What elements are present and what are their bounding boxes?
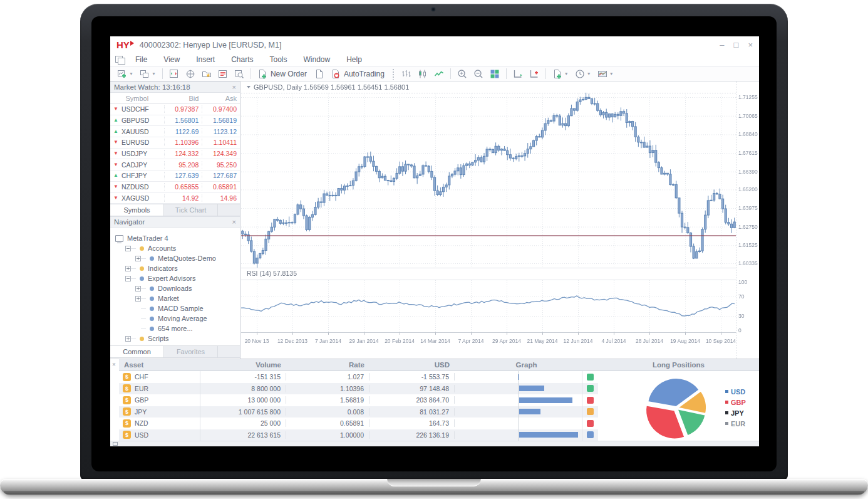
expand-icon[interactable] (135, 286, 141, 292)
price-chart-canvas[interactable] (241, 81, 759, 359)
expand-icon[interactable] (125, 336, 131, 342)
tree-item-scripts[interactable]: Scripts (110, 334, 240, 344)
toolbar-separator (251, 68, 251, 79)
menu-insert[interactable]: Insert (188, 54, 223, 65)
market-watch-row-xagusd[interactable]: ▼XAGUSD14.9214.96 (110, 193, 240, 204)
periods-button[interactable]: ▼ (572, 68, 594, 80)
market-watch-row-nzdusd[interactable]: ▼NZDUSD0.658550.65891 (110, 182, 240, 193)
collapse-icon[interactable] (125, 276, 131, 281)
rsi-indicator-label: RSI (14) 57.8135 (247, 270, 297, 277)
usd-bar (519, 386, 544, 391)
position-row-chf[interactable]: $CHF-151 3151.027-1 553.75 (119, 371, 598, 383)
position-row-nzd[interactable]: $NZD25 0000.65891164.73 (119, 418, 598, 429)
minimize-button[interactable]: – (720, 41, 724, 49)
navigator-button[interactable] (199, 68, 214, 80)
menu-file[interactable]: File (127, 54, 155, 65)
expand-icon[interactable] (125, 266, 131, 271)
tree-item-654-more-[interactable]: 654 more... (110, 323, 240, 334)
menu-charts[interactable]: Charts (223, 54, 261, 65)
menu-window[interactable]: Window (296, 54, 339, 65)
tree-item-metaquotes-demo[interactable]: MetaQuotes-Demo (110, 253, 240, 263)
tree-item-expert-advisors[interactable]: Expert Advisors (110, 273, 240, 283)
new-chart-button[interactable]: ▼ (115, 68, 136, 80)
maximize-button[interactable]: □ (734, 41, 739, 49)
column-usd[interactable]: USD (369, 361, 455, 369)
market-watch-row-chfjpy[interactable]: ▲CHFJPY127.639127.687 (110, 171, 240, 182)
close-icon[interactable]: × (232, 218, 236, 226)
toolbar-grip[interactable] (392, 68, 395, 80)
tab-tick-chart[interactable]: Tick Chart (164, 204, 218, 216)
tree-item-accounts[interactable]: Accounts (110, 243, 240, 253)
legend-dot-icon (725, 422, 728, 425)
position-row-gbp[interactable]: $GBP13 000 0001.56819203 864.70 (119, 394, 598, 406)
profiles-button[interactable]: ▼ (137, 68, 158, 80)
strategy-tester-button[interactable] (232, 68, 247, 80)
node-dot-icon (150, 297, 154, 301)
position-row-jpy[interactable]: $JPY1 007 615 8000.00881 031.27 (119, 406, 598, 418)
expand-icon[interactable] (135, 296, 141, 302)
indicators-button[interactable]: ▼ (550, 68, 571, 80)
templates-button[interactable]: ▼ (595, 68, 616, 80)
tab-common[interactable]: Common (110, 346, 164, 357)
market-watch-button[interactable] (167, 68, 182, 80)
column-rate[interactable]: Rate (286, 361, 369, 369)
position-row-eur[interactable]: $EUR8 800 0001.1039697 148.48 (119, 383, 598, 395)
close-icon[interactable]: × (112, 361, 116, 368)
autotrading-button[interactable]: AutoTrading (328, 68, 388, 80)
menu-view[interactable]: View (155, 54, 188, 65)
menu-help[interactable]: Help (338, 54, 370, 65)
column-symbol[interactable]: Symbol (110, 95, 164, 102)
market-watch-row-usdjpy[interactable]: ▼USDJPY124.332124.349 (110, 149, 240, 160)
market-watch-row-eurusd[interactable]: ▼EURUSD1.103961.10411 (110, 137, 240, 149)
tree-item-metatrader-4[interactable]: MetaTrader 4 (110, 233, 240, 243)
chevron-down-icon[interactable]: ▼ (129, 71, 133, 76)
close-button[interactable]: × (748, 41, 753, 49)
date-axis-label: 29 Jan 2014 (344, 338, 383, 344)
candlestick-chart-button[interactable] (415, 68, 430, 80)
tree-item-downloads[interactable]: Downloads (110, 283, 240, 293)
tree-item-macd-sample[interactable]: MACD Sample (110, 303, 240, 313)
column-volume[interactable]: Volume (200, 361, 286, 369)
pie-chart (598, 371, 723, 441)
usd-bar (519, 432, 578, 438)
bar-chart-button[interactable] (399, 68, 414, 80)
chevron-down-icon[interactable]: ▼ (587, 71, 591, 76)
tree-item-indicators[interactable]: Indicators (110, 263, 240, 273)
chevron-down-icon[interactable]: ▼ (152, 71, 156, 76)
new-order-button[interactable]: New Order (255, 68, 311, 80)
tree-item-label: MetaTrader 4 (127, 234, 168, 242)
collapse-icon[interactable] (247, 86, 251, 88)
collapse-icon[interactable] (125, 246, 131, 251)
zoom-in-button[interactable] (455, 68, 470, 80)
price-axis-label: 1.68840 (738, 131, 759, 137)
chart-shift-button[interactable] (527, 68, 542, 80)
menu-tools[interactable]: Tools (262, 54, 296, 65)
column-graph[interactable]: Graph (455, 361, 598, 369)
column-bid[interactable]: Bid (164, 95, 202, 102)
positions-column-headers: Asset Volume Rate USD Graph (119, 359, 598, 371)
expand-icon[interactable] (135, 256, 141, 261)
metaeditor-button[interactable] (312, 68, 327, 80)
column-asset[interactable]: Asset (119, 361, 200, 369)
tab-symbols[interactable]: Symbols (110, 204, 164, 216)
tab-favorites[interactable]: Favorites (164, 346, 218, 357)
line-chart-button[interactable] (431, 68, 447, 80)
auto-scroll-button[interactable] (510, 68, 525, 80)
market-watch-row-usdchf[interactable]: ▼USDCHF0.973870.97400 (110, 104, 240, 115)
column-ask[interactable]: Ask (202, 95, 240, 102)
market-watch-row-xauusd[interactable]: ▲XAUUSD1122.691123.12 (110, 126, 240, 137)
market-watch-row-cadjpy[interactable]: ▼CADJPY95.20895.250 (110, 159, 240, 171)
market-watch-row-gbpusd[interactable]: ▲GBPUSD1.568011.56819 (110, 115, 240, 127)
chevron-down-icon[interactable]: ▼ (564, 71, 569, 76)
close-icon[interactable]: × (232, 83, 236, 91)
rsi-axis-label: 70 (738, 293, 759, 300)
terminal-button[interactable] (215, 68, 230, 80)
zoom-out-button[interactable] (471, 68, 486, 80)
tile-windows-button[interactable] (487, 68, 502, 80)
data-window-button[interactable] (183, 68, 198, 80)
tree-item-moving-average[interactable]: Moving Average (110, 313, 240, 323)
chart-header[interactable]: GBPUSD, Daily 1.56569 1.56961 1.56451 1.… (247, 83, 409, 91)
chevron-down-icon[interactable]: ▼ (609, 71, 614, 76)
position-row-usd[interactable]: $USD22 613 6151.00000226 136.19 (119, 429, 598, 441)
tree-item-market[interactable]: Market (110, 293, 240, 303)
